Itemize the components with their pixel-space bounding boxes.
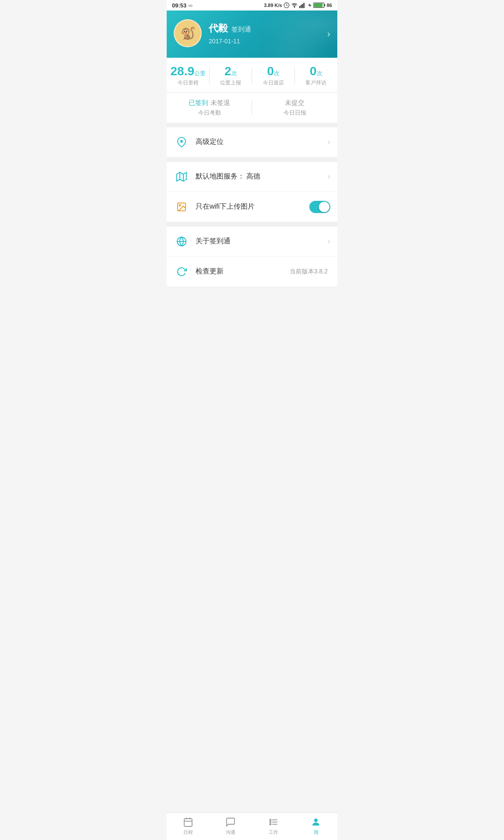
svg-marker-11 [177,172,186,181]
signal-icon [299,2,306,8]
section-divider-3 [167,222,337,227]
menu-item-location[interactable]: 高级定位 › [167,127,337,158]
toggle-knob [319,202,329,212]
wifi-icon [291,2,298,8]
stat-mileage-value: 28.9 [171,64,195,78]
section-divider-1 [167,123,337,127]
attendance-label: 今日考勤 [167,109,252,117]
stat-mileage-label: 今日里程 [167,79,210,87]
battery-level: 86 [327,3,332,8]
profile-date: 2017-01-11 [209,38,330,45]
profile-app-name: 签到通 [231,25,251,34]
map-icon [174,169,189,185]
stat-patrol-unit: 次 [274,70,280,77]
network-speed: 3.89 K/s [264,3,282,8]
menu-section-about: 关于签到通 › 检查更新 当前版本3.8.2 [167,227,337,287]
svg-point-1 [294,7,294,7]
menu-item-wifi-upload[interactable]: 只在wifi下上传图片 [167,192,337,222]
menu-item-update[interactable]: 检查更新 当前版本3.8.2 [167,257,337,287]
menu-arrow-map: › [328,172,330,181]
menu-item-about[interactable]: 关于签到通 › [167,227,337,257]
daily-report-status: 未提交 [252,99,337,107]
stat-location-unit: 次 [231,70,237,77]
svg-rect-4 [302,4,303,8]
stats-section: 28.9公里 今日里程 2次 位置上报 0次 今日巡店 0次 客户拜访 [167,58,337,92]
menu-arrow-location: › [328,137,330,147]
status-time: 09:53 [172,2,186,9]
attendance-checkin: 已签到 未签退 今日考勤 [167,99,252,117]
svg-rect-9 [314,4,322,7]
checkout-status: 未签退 [210,99,230,106]
stat-visit-unit: 次 [317,70,322,77]
menu-label-map: 默认地图服务： 高德 [196,172,328,181]
svg-rect-8 [324,4,325,7]
profile-banner[interactable]: 🐒 代毅 签到通 2017-01-11 › [167,10,337,58]
svg-rect-2 [299,6,300,8]
stat-mileage: 28.9公里 今日里程 [167,65,210,87]
stat-mileage-unit: 公里 [194,70,206,77]
attendance-daily-report: 未提交 今日日报 [252,99,337,117]
menu-section-map: 默认地图服务： 高德 › 只在wifi下上传图片 [167,162,337,222]
globe-icon [174,234,189,249]
charging-icon [308,2,312,8]
menu-label-location: 高级定位 [196,137,328,147]
daily-report-label: 今日日报 [252,109,337,117]
section-divider-2 [167,158,337,162]
infinity-icon: ∞ [188,2,192,9]
svg-marker-6 [308,4,312,7]
wifi-upload-toggle[interactable] [309,201,330,213]
stat-location-value: 2 [224,64,231,78]
svg-point-10 [180,140,183,143]
svg-rect-3 [301,5,301,8]
status-bar: 09:53 ∞ 3.89 K/s 86 [167,0,337,10]
avatar: 🐒 [174,19,202,47]
menu-value-version: 当前版本3.8.2 [290,268,328,276]
menu-arrow-about: › [328,237,330,246]
menu-section-location: 高级定位 › [167,127,337,158]
stat-patrol: 0次 今日巡店 [252,65,295,87]
svg-rect-5 [303,3,304,8]
menu-item-map[interactable]: 默认地图服务： 高德 › [167,162,337,192]
clock-icon [284,2,290,8]
stat-visit: 0次 客户拜访 [295,65,338,87]
svg-point-15 [179,205,181,206]
stat-visit-label: 客户拜访 [295,79,338,87]
menu-label-update: 检查更新 [196,267,290,276]
menu-label-about: 关于签到通 [196,237,328,246]
profile-name: 代毅 [209,22,228,35]
stat-patrol-value: 0 [267,64,274,78]
stat-patrol-label: 今日巡店 [252,79,295,87]
refresh-icon [174,264,189,280]
stat-visit-value: 0 [310,64,317,78]
banner-arrow-icon: › [327,28,330,40]
profile-info: 代毅 签到通 2017-01-11 [209,22,330,45]
menu-label-wifi-upload: 只在wifi下上传图片 [196,202,309,211]
attendance-section: 已签到 未签退 今日考勤 未提交 今日日报 [167,93,337,123]
bottom-pad [167,287,337,318]
location-icon [174,134,189,150]
stat-location-label: 位置上报 [210,79,252,87]
checkin-status: 已签到 [189,99,208,106]
battery-icon [313,2,326,8]
stat-location-report: 2次 位置上报 [210,65,252,87]
image-upload-icon [174,199,189,215]
